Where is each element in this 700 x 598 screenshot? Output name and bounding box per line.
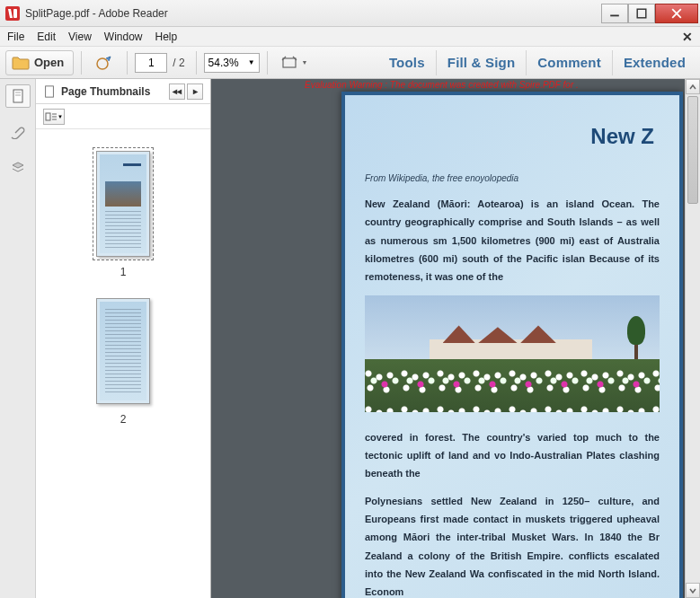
thumbnails-header: Page Thumbnails ◂◂ ▸ [36, 79, 210, 104]
thumbnails-rail-button[interactable] [5, 84, 31, 108]
panel-title: Page Thumbnails [61, 85, 150, 98]
page-number-input[interactable] [135, 53, 167, 73]
menu-view[interactable]: View [68, 31, 92, 43]
tools-link[interactable]: Tools [380, 55, 434, 70]
svg-rect-3 [637, 9, 646, 18]
thumb-options-button[interactable]: ▼ [43, 109, 65, 125]
menu-help[interactable]: Help [155, 31, 178, 43]
menu-file[interactable]: File [7, 31, 24, 43]
thumbnails-toolbar: ▼ [36, 104, 210, 129]
layers-rail-button[interactable] [5, 156, 31, 180]
page-total: / 2 [169, 57, 188, 69]
page-icon [11, 89, 25, 103]
extended-link[interactable]: Extended [615, 55, 695, 70]
thumbnails-list: 1 2 [36, 129, 210, 598]
menubar: File Edit View Window Help ✕ [0, 27, 700, 47]
divider [81, 51, 82, 75]
svg-rect-8 [13, 90, 22, 102]
comment-link[interactable]: Comment [528, 55, 610, 70]
menu-edit[interactable]: Edit [37, 31, 56, 43]
svg-rect-1 [13, 9, 17, 18]
svg-point-6 [97, 58, 108, 69]
doc-title: New Z [365, 117, 660, 156]
doc-paragraph-3: Polynesians settled New Zealand in 1250–… [365, 492, 660, 598]
read-mode-button[interactable]: ▼ [275, 50, 315, 75]
zoom-value: 54.3% [208, 57, 239, 69]
scroll-track[interactable] [686, 94, 700, 583]
export-button[interactable] [89, 50, 120, 75]
divider [267, 51, 268, 75]
svg-rect-7 [283, 58, 296, 67]
readmode-icon [281, 56, 297, 70]
svg-rect-0 [5, 6, 20, 21]
doc-paragraph-2: covered in forest. The country's varied … [365, 428, 660, 483]
menu-window[interactable]: Window [104, 31, 143, 43]
window-buttons [601, 4, 698, 23]
divider [127, 51, 128, 75]
svg-rect-12 [46, 113, 50, 120]
doc-paragraph-1: New Zealand (Māori: Aotearoa) is an isla… [365, 195, 660, 286]
scroll-thumb[interactable] [687, 96, 698, 204]
thumb-label: 1 [120, 266, 127, 278]
thumbnail-page-2[interactable]: 2 [93, 295, 154, 426]
document-page: New Z From Wikipedia, the free enoyolope… [341, 92, 683, 598]
minimize-button[interactable] [601, 4, 628, 23]
open-button[interactable]: Open [5, 50, 74, 75]
thumbnail-page-1[interactable]: 1 [93, 147, 154, 278]
scroll-down-button[interactable] [686, 583, 700, 598]
chevron-up-icon [689, 84, 696, 91]
menubar-close-icon[interactable]: ✕ [682, 30, 693, 44]
chevron-down-icon: ▼ [302, 59, 308, 66]
chevron-down-icon [689, 587, 696, 594]
next-page-button[interactable]: ▸ [187, 84, 203, 100]
thumb-label: 2 [120, 413, 127, 426]
titlebar: SplitPage.pdf - Adobe Reader [0, 0, 700, 27]
doc-image [365, 295, 660, 412]
options-icon [45, 112, 58, 121]
chevron-down-icon: ▼ [248, 58, 255, 66]
left-rail [0, 79, 36, 598]
evaluation-warning: Evaluation Warning : The document was cr… [301, 79, 685, 91]
scroll-up-button[interactable] [686, 79, 700, 94]
document-viewer[interactable]: Evaluation Warning : The document was cr… [211, 79, 685, 598]
prev-page-button[interactable]: ◂◂ [169, 84, 185, 100]
page-icon [43, 85, 56, 98]
thumbnails-panel: Page Thumbnails ◂◂ ▸ ▼ 1 2 [36, 79, 211, 598]
doc-subtitle: From Wikipedia, the free enoyolopedia [365, 171, 660, 188]
open-label: Open [34, 56, 64, 69]
toolbar: Open / 2 54.3% ▼ ▼ Tools Fill & Sign Com… [0, 47, 700, 79]
zoom-dropdown[interactable]: 54.3% ▼ [204, 53, 260, 73]
maximize-button[interactable] [628, 4, 655, 23]
export-icon [95, 55, 113, 71]
content-area: Page Thumbnails ◂◂ ▸ ▼ 1 2 Eval [0, 79, 700, 598]
divider [196, 51, 197, 75]
app-icon [5, 6, 20, 21]
paperclip-icon [11, 125, 25, 139]
vertical-scrollbar[interactable] [685, 79, 700, 598]
svg-rect-11 [46, 85, 54, 96]
folder-icon [12, 56, 30, 70]
layers-icon [11, 161, 25, 175]
window-title: SplitPage.pdf - Adobe Reader [25, 7, 601, 20]
fillsign-link[interactable]: Fill & Sign [439, 55, 525, 70]
attachments-rail-button[interactable] [5, 120, 31, 144]
close-button[interactable] [655, 4, 698, 23]
